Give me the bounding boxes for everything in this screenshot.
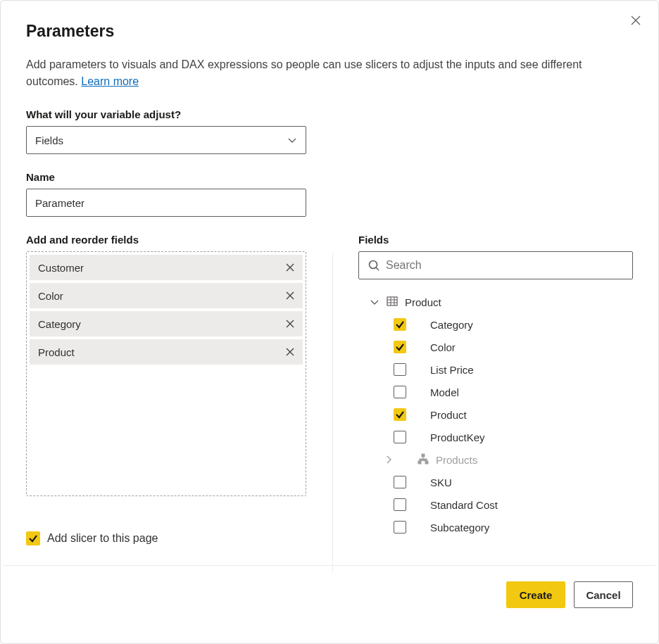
create-button[interactable]: Create — [506, 581, 565, 608]
column-checkbox[interactable] — [394, 476, 406, 488]
remove-field-icon[interactable] — [284, 318, 296, 329]
tree-table-name: Product — [405, 296, 441, 308]
variable-adjust-select[interactable]: Fields — [26, 126, 306, 154]
tree-column-row[interactable]: Model — [358, 381, 633, 403]
tree-column-row[interactable]: List Price — [358, 358, 633, 381]
search-icon — [368, 259, 380, 272]
tree-column-name: Category — [430, 319, 473, 331]
reorder-column: Add and reorder fields Customer Color Ca… — [26, 234, 306, 565]
dialog-description: Add parameters to visuals and DAX expres… — [26, 56, 633, 90]
reorder-label: Add and reorder fields — [26, 234, 306, 246]
add-slicer-row[interactable]: Add slicer to this page — [26, 531, 306, 545]
chevron-right-icon[interactable] — [384, 455, 394, 465]
name-input[interactable] — [35, 197, 297, 209]
tree-table-name: Reseller — [405, 544, 444, 545]
column-checkbox[interactable] — [394, 341, 406, 353]
table-icon — [387, 296, 398, 309]
svg-rect-2 — [422, 454, 425, 457]
fields-column: Fields Product Category — [358, 234, 633, 565]
tree-column-row[interactable]: Product — [358, 403, 633, 426]
column-divider — [306, 234, 358, 565]
tree-column-name: SKU — [430, 476, 452, 488]
tree-column-name: Standard Cost — [430, 499, 498, 511]
remove-field-icon[interactable] — [284, 346, 296, 358]
svg-rect-1 — [387, 297, 397, 305]
tree-column-row[interactable]: Standard Cost — [358, 493, 633, 516]
dialog-footer: Create Cancel — [1, 566, 658, 624]
tree-hierarchy-row[interactable]: Products — [358, 448, 633, 471]
svg-point-0 — [370, 261, 377, 269]
svg-rect-4 — [425, 461, 428, 464]
tree-column-row[interactable]: SKU — [358, 471, 633, 493]
reorder-fields-box[interactable]: Customer Color Category Product — [26, 251, 306, 496]
column-checkbox[interactable] — [394, 318, 406, 331]
chevron-down-icon — [287, 135, 297, 145]
remove-field-icon[interactable] — [284, 290, 296, 301]
field-pill-label: Color — [38, 290, 63, 302]
tree-column-name: Products — [436, 454, 477, 466]
add-slicer-checkbox[interactable] — [26, 531, 40, 545]
close-button[interactable] — [630, 15, 641, 26]
field-pill[interactable]: Customer — [30, 255, 303, 280]
field-pill[interactable]: Product — [30, 339, 303, 365]
table-icon — [387, 543, 398, 545]
tree-column-row[interactable]: Category — [358, 313, 633, 336]
column-checkbox[interactable] — [394, 498, 406, 511]
tree-column-name: Subcategory — [430, 522, 489, 533]
variable-adjust-label: What will your variable adjust? — [26, 108, 633, 120]
field-pill-label: Category — [38, 318, 81, 330]
tree-column-row[interactable]: Subcategory — [358, 516, 633, 538]
name-input-wrapper — [26, 189, 306, 217]
tree-column-name: ProductKey — [430, 431, 485, 443]
fields-search-box[interactable] — [358, 251, 633, 279]
chevron-down-icon[interactable] — [370, 297, 379, 307]
tree-table-row[interactable]: Product — [358, 291, 633, 313]
tree-column-name: Product — [430, 409, 467, 421]
tree-column-name: List Price — [430, 364, 474, 376]
column-checkbox[interactable] — [394, 431, 406, 443]
column-checkbox[interactable] — [394, 363, 406, 376]
remove-field-icon[interactable] — [284, 262, 296, 273]
tree-column-row[interactable]: Color — [358, 336, 633, 358]
name-label: Name — [26, 171, 633, 183]
column-checkbox[interactable] — [394, 408, 406, 421]
tree-table-row[interactable]: Reseller — [358, 538, 633, 544]
select-value: Fields — [35, 134, 63, 146]
hierarchy-icon — [418, 453, 429, 467]
cancel-button[interactable]: Cancel — [574, 581, 633, 608]
column-checkbox[interactable] — [394, 521, 406, 533]
field-pill-label: Customer — [38, 262, 84, 274]
field-pill[interactable]: Color — [30, 283, 303, 308]
svg-rect-3 — [418, 461, 421, 464]
dialog-title: Parameters — [26, 22, 633, 41]
learn-more-link[interactable]: Learn more — [81, 75, 139, 87]
column-checkbox[interactable] — [394, 386, 406, 398]
tree-column-row[interactable]: ProductKey — [358, 426, 633, 448]
tree-column-name: Model — [430, 386, 459, 398]
tree-column-name: Color — [430, 341, 456, 353]
fields-search-input[interactable] — [386, 259, 624, 272]
fields-tree: Product Category Color — [358, 291, 633, 544]
add-slicer-label: Add slicer to this page — [47, 532, 158, 545]
fields-label: Fields — [358, 234, 633, 246]
field-pill-label: Product — [38, 346, 75, 358]
parameters-dialog: Parameters Add parameters to visuals and… — [0, 0, 659, 644]
field-pill[interactable]: Category — [30, 311, 303, 336]
